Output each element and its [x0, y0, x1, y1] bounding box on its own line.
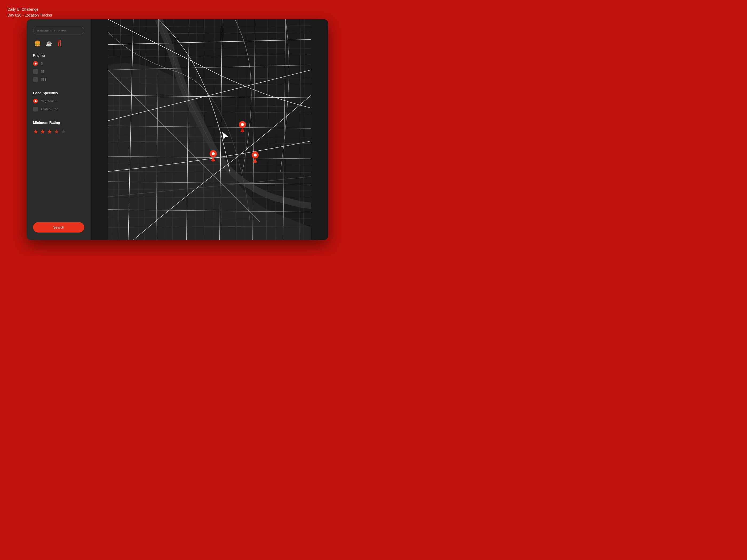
pricing-radio-2[interactable] [33, 69, 38, 74]
gluten-free-label: Gluten-Free [41, 107, 58, 111]
pricing-radio-3[interactable] [33, 77, 38, 82]
header-text: Daily UI Challenge Day 020 - Location Tr… [7, 6, 52, 19]
food-specifics-section: Food Specifics Vegeterian Gluten-Free [33, 91, 84, 115]
coffee-category-icon[interactable]: ☕ [46, 40, 52, 48]
left-panel: 🍔 ☕ Pricing $ [27, 19, 91, 240]
star-4[interactable]: ★ [54, 128, 59, 135]
pricing-section: Pricing $ $$ $$$ [33, 53, 84, 85]
search-input-wrapper[interactable] [33, 27, 84, 34]
restaurant-category-icon[interactable] [57, 40, 61, 48]
pricing-option-2[interactable]: $$ [33, 69, 84, 74]
main-card: 🍔 ☕ Pricing $ [27, 19, 328, 240]
pricing-radio-1[interactable] [33, 61, 38, 66]
vegeterian-option[interactable]: Vegeterian [33, 99, 84, 104]
category-icons: 🍔 ☕ [33, 40, 84, 48]
search-button[interactable]: Search [33, 222, 84, 233]
vegeterian-label: Vegeterian [41, 100, 56, 103]
svg-rect-2 [58, 43, 59, 46]
pricing-option-1[interactable]: $ [33, 61, 84, 66]
pricing-title: Pricing [33, 53, 84, 57]
map-background [91, 19, 328, 240]
burger-category-icon[interactable]: 🍔 [34, 40, 41, 48]
star-5[interactable]: ★ [61, 128, 66, 135]
stars-row: ★ ★ ★ ★ ★ [33, 128, 84, 135]
food-specifics-title: Food Specifics [33, 91, 84, 95]
gluten-free-radio[interactable] [33, 107, 38, 111]
map-panel[interactable] [91, 19, 328, 240]
search-input[interactable] [33, 27, 84, 34]
min-rating-title: Minimum Rating [33, 121, 84, 125]
pricing-option-3[interactable]: $$$ [33, 77, 84, 82]
header-line2: Day 020 - Location Tracker [7, 12, 52, 18]
svg-point-63 [241, 123, 244, 126]
header-line1: Daily UI Challenge [7, 6, 52, 12]
pricing-label-3: $$$ [41, 78, 46, 81]
star-1[interactable]: ★ [33, 128, 38, 135]
vegeterian-radio[interactable] [33, 99, 38, 104]
svg-point-65 [212, 152, 215, 155]
gluten-free-option[interactable]: Gluten-Free [33, 107, 84, 111]
star-3[interactable]: ★ [47, 128, 52, 135]
pricing-label-2: $$ [41, 70, 45, 73]
star-2[interactable]: ★ [40, 128, 45, 135]
min-rating-section: Minimum Rating ★ ★ ★ ★ ★ [33, 121, 84, 135]
svg-point-67 [254, 153, 257, 156]
pricing-label-1: $ [41, 62, 43, 65]
